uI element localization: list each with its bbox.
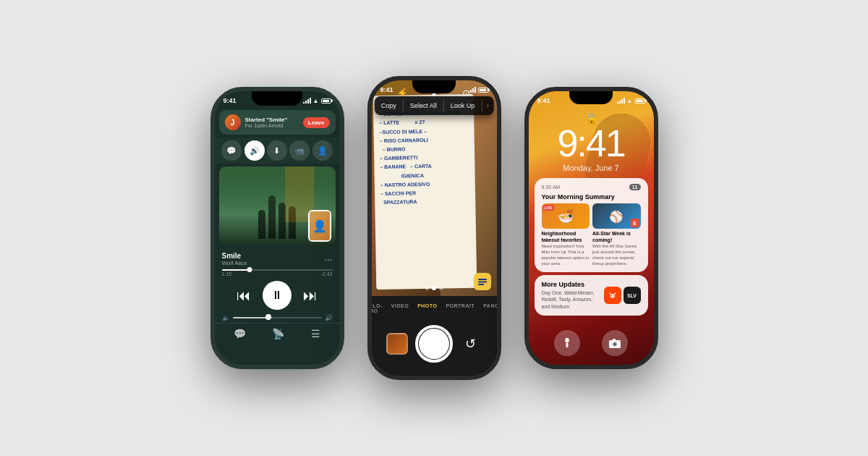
airplay-icon[interactable]: 📡 [272,328,284,339]
forward-button[interactable]: ⏭ [303,287,318,304]
speech-bubble-icon[interactable]: 💬 [234,328,246,339]
dot-2-active [432,286,436,290]
status-time-2: 9:41 [380,86,393,93]
news-thumb-2: E ⚾ [592,203,641,229]
svg-rect-14 [613,339,616,341]
person-icon[interactable]: 👤 [312,140,333,161]
page: 9:41 ▲ J Started "Smile" For [0,0,868,456]
status-icons-3: ▲ [617,98,645,104]
lockscreen-time: 9:41 [529,124,654,162]
gallery-thumbnail[interactable] [386,333,408,355]
more-options-icon[interactable]: ··· [324,253,333,265]
camera-viewfinder: · PETTI DI POLLO – CONCENTRATO DI POMODO… [372,80,497,296]
volume-max-icon: 🔊 [325,314,333,321]
signal-bars-2 [468,87,476,93]
figure-1 [258,210,265,239]
note-line-4: –SUCCO DI MELE – [379,127,468,136]
phone-1-screen: 9:41 ▲ J Started "Smile" For [215,91,340,365]
volume-bar[interactable] [233,317,322,318]
message-icon[interactable]: 💬 [221,140,242,161]
facetime-banner[interactable]: J Started "Smile" For Justin Arnold Leav… [219,110,336,135]
select-all-button[interactable]: Select All [404,99,444,112]
volume-icon[interactable]: 🔊 [244,140,265,161]
more-updates-card[interactable]: More Updates Day One, WaterMinder, Reddi… [535,275,648,315]
live-text-icon[interactable] [474,273,491,290]
figure-3 [278,203,286,239]
status-bar-2: 9:41 [372,80,497,96]
phone-3-screen: 9:41 ▲ 🔓 [529,91,654,365]
mode-slo-mo[interactable]: SLO-MO [372,303,383,313]
phone-camera: ⚡ ▲ ⊙ 9:41 [367,76,501,380]
camera-icon[interactable] [602,330,628,356]
notification-time: 9:30 AM [542,185,561,190]
svg-point-8 [609,293,610,295]
album-art: 👤 [219,166,336,246]
status-icons-2 [468,87,488,93]
battery-3 [635,98,645,104]
mode-photo[interactable]: PHOTO [417,303,437,313]
video-thumb-person: 👤 [310,211,330,240]
news-sub-1: Need inspiration? Kea Mao from Up Thai i… [542,244,590,266]
news-item-1[interactable]: LIVE 🍜 Neighborhood takeout favorites Ne… [542,203,590,266]
pause-button[interactable]: ⏸ [263,281,292,310]
battery-2 [478,88,488,93]
list-icon[interactable]: ☰ [311,328,320,339]
flip-camera-icon[interactable]: ↺ [460,333,482,355]
bottom-bar: 💬 📡 ☰ [215,323,340,344]
phone-2-screen: ⚡ ▲ ⊙ 9:41 [372,80,497,376]
look-up-button[interactable]: Look Up [444,99,482,112]
camera-controls: ↺ [372,325,497,363]
volume-min-icon: 🔈 [222,314,230,321]
notification-header: 9:30 AM 11 [542,184,641,190]
signal-bars-1 [303,98,311,104]
news-headline-2: All-Star Week is coming! [592,230,641,243]
volume-section: 🔈 🔊 [215,313,340,323]
notifications-area: 9:30 AM 11 Your Morning Summary LIVE 🍜 [529,172,654,316]
news-item-2[interactable]: E ⚾ All-Star Week is coming! With the Al… [592,203,641,266]
status-time-1: 9:41 [224,97,237,104]
camera-scene: ⚡ ▲ ⊙ 9:41 [372,80,497,376]
svg-rect-9 [566,342,568,347]
note-text: · PETTI DI POLLO – CONCENTRATO DI POMODO… [378,100,469,206]
mode-video[interactable]: VIDEO [391,303,409,313]
shutter-button[interactable] [415,325,453,363]
phone-facetime-music: 9:41 ▲ J Started "Smile" For [210,87,344,369]
battery-1 [321,98,331,104]
context-menu: Copy Select All Look Up › [375,96,494,115]
lockscreen: 9:41 ▲ 🔓 [529,91,654,365]
notification-badge: 11 [629,184,641,190]
notch-1 [252,91,302,106]
download-icon[interactable]: ⬇ [267,140,287,161]
video-icon[interactable]: 📹 [289,140,310,161]
more-updates-sub: Day One, WaterMinder, Reddit, Tasty, Ama… [542,290,600,309]
song-artist: Wolf Alice [222,260,247,266]
more-app-icons: SLV [604,287,641,304]
status-icons-1: ▲ [303,98,331,104]
notch-3 [569,91,613,104]
mode-portrait[interactable]: PORTRAIT [446,303,475,313]
mode-pano[interactable]: PANO [483,303,496,313]
time-remaining: -2:42 [321,271,333,276]
copy-button[interactable]: Copy [375,99,404,112]
slv-icon: SLV [624,287,641,304]
svg-rect-0 [478,279,487,280]
flashlight-icon[interactable] [554,330,580,356]
rewind-button[interactable]: ⏮ [237,287,251,304]
video-thumbnail: 👤 [308,210,331,242]
volume-thumb [265,314,271,320]
svg-point-6 [613,295,613,296]
morning-summary-card[interactable]: 9:30 AM 11 Your Morning Summary LIVE 🍜 [535,178,648,272]
news-sub-2: With the All-Star Game just around the c… [592,244,641,266]
lockscreen-date: Monday, June 7 [529,164,654,172]
progress-thumb [247,267,252,272]
progress-bar[interactable] [222,269,333,271]
wifi-icon: ▲ [313,98,319,104]
progress-fill [222,269,250,271]
baseball-icon: ⚾ [609,209,624,223]
svg-point-7 [614,293,616,295]
facetime-title: Started "Smile" [245,117,299,123]
shutter-inner [419,329,449,359]
leave-button[interactable]: Leave [303,117,330,128]
svg-rect-2 [478,284,484,285]
figure-2 [268,195,276,239]
